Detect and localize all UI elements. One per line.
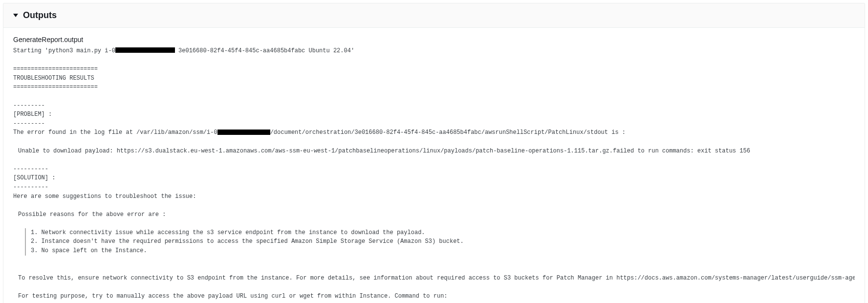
solution-dash-bottom: ---------- [13,184,48,191]
start-line-prefix: Starting 'python3 main.py i-0 [13,47,115,54]
solution-dash-top: ---------- [13,166,48,173]
resolve-line: To resolve this, ensure network connecti… [13,275,855,281]
problem-label: [PROBLEM] : [13,111,52,118]
problem-dash-top: --------- [13,102,45,109]
divider-bottom: ======================== [13,84,98,90]
output-scroll-region[interactable]: Starting 'python3 main.py i-0 3e016680-8… [13,46,855,303]
test-line: For testing purpose, try to manually acc… [13,293,448,300]
output-section-title: GenerateReport.output [13,36,855,43]
divider-top: ======================== [13,65,98,72]
outputs-panel: Outputs GenerateReport.output Starting '… [3,3,865,303]
collapse-caret-icon[interactable] [13,14,18,17]
error-line-prefix: The error found in the log file at /var/… [13,129,217,136]
error-line-suffix: /document/orchestration/3e016680-82f4-45… [270,129,626,136]
reason-1: 1. Network connectivity issue while acce… [31,229,425,236]
redacted-instance-id [115,47,175,53]
reason-2: 2. Instance doesn't have the required pe… [31,238,464,245]
output-text: Starting 'python3 main.py i-0 3e016680-8… [13,46,855,303]
suggestions-intro: Here are some suggestions to troubleshoo… [13,193,196,200]
reasons-block: 1. Network connectivity issue while acce… [25,228,855,256]
redacted-instance-id-path [217,130,270,135]
possible-reasons-label: Possible reasons for the above error are… [13,211,166,218]
solution-label: [SOLUTION] : [13,174,55,181]
unable-to-download-line: Unable to download payload: https://s3.d… [13,148,750,154]
panel-body: GenerateReport.output Starting 'python3 … [3,28,865,303]
problem-dash-bottom: --------- [13,120,45,127]
panel-header: Outputs [3,3,865,28]
reason-3: 3. No space left on the Instance. [31,247,147,254]
troubleshooting-heading: TROUBLESHOOTING RESULTS [13,75,94,82]
panel-title: Outputs [23,10,57,21]
start-line-suffix: 3e016680-82f4-45f4-845c-aa4685b4fabc Ubu… [175,47,354,54]
output-wrapper: Starting 'python3 main.py i-0 3e016680-8… [13,46,855,303]
